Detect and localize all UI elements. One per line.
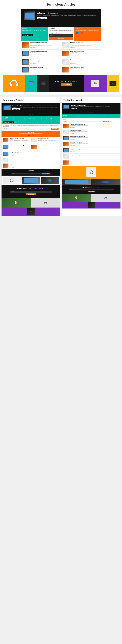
re-product-img-5 (63, 148, 69, 152)
ep-product-title-8: Neque porro quisquam est (70, 67, 84, 68)
subscribe-button[interactable]: SUBSCRIBE (61, 83, 72, 86)
ep-read-more-8[interactable]: READ MORE (70, 70, 76, 72)
es-input-row: SUBSCRIBE (3, 128, 59, 130)
ep-col-nl-body: Mauris blandit aliquet elit, eget tincid… (49, 30, 73, 34)
ep-col-nl-btn[interactable]: SUBSCRIBE (49, 37, 73, 40)
es-twitter-icon[interactable] (30, 134, 32, 136)
re-product-h4-4: Neque porro quisquam est (70, 142, 88, 143)
ep-product-img-4 (62, 51, 69, 56)
es-facebook-icon[interactable] (28, 134, 30, 136)
ep-read-more-2[interactable]: READ MORE (70, 47, 76, 48)
es-follow-icons (3, 134, 59, 136)
re-sub-btn[interactable]: SUBSCRIBE (103, 121, 109, 122)
es-read-more-5[interactable]: READ MORE (9, 155, 14, 156)
lc-gamepad-img (31, 198, 60, 208)
re-read-more-7[interactable]: READ MORE (70, 164, 75, 164)
es-nl-input[interactable] (3, 128, 50, 130)
ep-product-body-4: Temporibus autem quibusdam et aut offici… (70, 53, 92, 54)
twitter-icon[interactable] (78, 32, 80, 34)
sub-right-bottom (107, 75, 119, 92)
es-hero: Voluptate velit esse quam Excepteur sint… (2, 103, 60, 112)
re-product-img-3 (63, 136, 69, 140)
ep-product-img-1 (22, 42, 29, 48)
ep-product-sub-3: TECHNOLOGY (30, 52, 52, 53)
re-read-more-4[interactable]: READ MORE (70, 145, 75, 146)
re-product-p-4: Temporibus autem quibusdam et aut offici… (70, 143, 88, 144)
rsb-input[interactable] (69, 189, 114, 190)
es-youtube-icon[interactable] (32, 134, 34, 136)
right-email: Voluptate velit esse quam Excepteur sint… (62, 103, 120, 209)
ep-col-sale-label: On Sale (22, 28, 46, 30)
re-read-more-5[interactable]: READ MORE (70, 151, 75, 152)
re-read-more-3[interactable]: READ MORE (70, 139, 75, 140)
ep-product-1: Voluptatem delenit atque corrupt TECHNOL… (21, 41, 61, 50)
sub-right-gamepad (84, 75, 107, 92)
re-product-info-2: Voluptate velit esse quam Temporibus aut… (70, 130, 88, 134)
re-read-more-6[interactable]: READ MORE (70, 158, 75, 158)
lcb-input[interactable] (10, 191, 52, 193)
es-nl-bottom-input[interactable] (11, 173, 42, 174)
sub-camera (37, 75, 49, 92)
headphones-svg (9, 78, 19, 88)
es-read-more-3[interactable]: READ MORE (9, 149, 14, 150)
subscribe-banner: SUBSCRIBE TO GET THE LATEST SUBSCRIBE (3, 75, 119, 92)
es-sale-btn[interactable]: SHOP SALE ITEMS (3, 122, 14, 123)
re-hero-btn[interactable]: READ MORE (71, 108, 77, 109)
es-prod-2: Voluptate velit esse quam TECHNOLOGY Tem… (31, 138, 59, 144)
rsb-btn[interactable]: SUBSCRIBE (88, 191, 95, 192)
es-read-more-1[interactable]: READ MORE (9, 142, 14, 143)
ep-read-more-1[interactable]: READ MORE (30, 47, 36, 48)
lcb-btn[interactable]: SUBSCRIBE (26, 193, 36, 195)
ep-hero-cta[interactable]: READ MORE (37, 17, 47, 19)
re-product-img-7 (63, 160, 69, 165)
re-read-more-1[interactable]: READ MORE (70, 127, 75, 128)
re-product-p-3: Temporibus autem quibusdam et aut offici… (70, 137, 88, 138)
re-product-2: Voluptate velit esse quam Temporibus aut… (62, 129, 120, 135)
es-follow-label: Follow Us (3, 132, 59, 133)
es-big-camera (41, 177, 59, 184)
ep-product-img-2 (62, 42, 69, 48)
ep-read-more-6[interactable]: READ MORE (70, 63, 76, 64)
ep-read-more-7[interactable]: READ MORE (30, 70, 36, 72)
ep-product-sub-2: TECHNOLOGY (70, 43, 92, 44)
ep-read-more-4[interactable]: READ MORE (70, 56, 76, 56)
facebook-icon[interactable] (76, 32, 78, 34)
ep-product-4: Neque porro quisquam est TECHNOLOGY Temp… (61, 50, 101, 58)
ep-read-more-5[interactable]: READ MORE (30, 63, 36, 64)
re-headphones-img (86, 168, 96, 177)
ep-col-nl-input[interactable] (49, 34, 73, 37)
tablet-image (29, 82, 34, 85)
es-prod-body-5: Temporibus autem quibusdam et aut offici… (9, 152, 28, 154)
es-read-more-7[interactable]: READ MORE (9, 167, 14, 168)
ep-product-6: Raque auctor rerum his farotur Temporibu… (61, 58, 101, 66)
ep-hero: Voluptate velit esse quam Excepteur sint… (21, 9, 101, 22)
left-email-small: Voluptate velit esse quam Excepteur sint… (2, 103, 60, 216)
es-read-more-6[interactable]: READ MORE (9, 161, 14, 162)
es-prod-info-2: Voluptate velit esse quam TECHNOLOGY Tem… (38, 138, 56, 144)
es-nl-bottom-btn[interactable]: SUBSCRIBE (42, 173, 50, 174)
email-preview-large: Voluptate velit esse quam Excepteur sint… (21, 8, 101, 74)
es-prod-6: Raque auctor rerum his farotur Temporibu… (3, 158, 59, 162)
es-more-products: Neque porro quisquam est Temporibus aute… (2, 151, 60, 169)
youtube-icon[interactable] (81, 32, 83, 34)
es-prod-title-3: Voluptatem delenit atque corrupt (9, 144, 28, 146)
sub-heading-highlight: THE LATEST (69, 81, 78, 82)
re-product-7: Voluptate velit esse quam Temporibus aut… (62, 160, 120, 166)
section-top: Technology Articles Voluptate velit esse… (0, 0, 122, 94)
lc-sub-banner: SUBSCRIBE TO GET THE LATEST SUBSCRIBE (2, 186, 60, 198)
re-email-label: EMAIL (63, 119, 119, 120)
es-read-more-2[interactable]: READ MORE (38, 142, 43, 143)
es-hero-btn[interactable]: READ MORE (12, 108, 20, 110)
es-read-more-4[interactable]: READ MORE (38, 149, 43, 150)
re-hero-text: Voluptate velit esse quam Excepteur sint… (71, 104, 110, 109)
ep-read-more-3[interactable]: READ MORE (30, 56, 36, 56)
ep-product-body-1: Temporibus autem quibusdam et aut offici… (30, 44, 52, 46)
ep-col-sale-btn[interactable]: SHOP SALE ITEMS (22, 34, 33, 36)
es-subscribe-btn[interactable]: SUBSCRIBE (51, 128, 59, 130)
es-prod-info-4: Neque porro quisquam est TECHNOLOGY Temp… (38, 144, 56, 150)
re-read-more-2[interactable]: READ MORE (70, 133, 75, 134)
re-hero-p: Excepteur sint occaecat cupidatat non pr… (71, 106, 110, 107)
re-email-input[interactable] (63, 121, 102, 122)
ep-product-title-4: Neque porro quisquam est (70, 51, 92, 52)
re-product-info-4: Neque porro quisquam est Temporibus aute… (70, 142, 88, 146)
